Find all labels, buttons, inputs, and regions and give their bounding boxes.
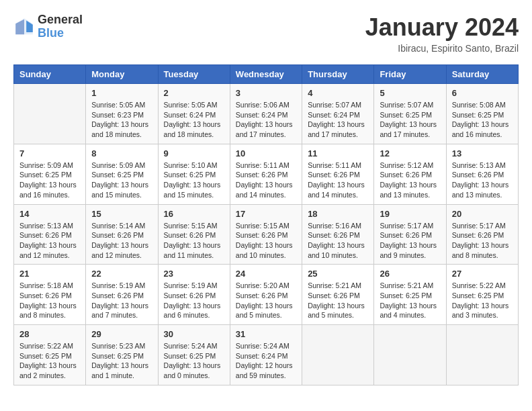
header-cell-saturday: Saturday (446, 65, 518, 84)
logo-text: General Blue (38, 13, 83, 40)
day-cell: 28Sunrise: 5:22 AM Sunset: 6:25 PM Dayli… (14, 325, 86, 385)
day-info: Sunrise: 5:14 AM Sunset: 6:26 PM Dayligh… (91, 221, 152, 261)
day-info: Sunrise: 5:11 AM Sunset: 6:26 PM Dayligh… (308, 161, 368, 200)
day-info: Sunrise: 5:17 AM Sunset: 6:26 PM Dayligh… (380, 221, 440, 261)
logo-general-text: General (38, 13, 83, 27)
day-number: 31 (236, 329, 296, 339)
day-number: 14 (19, 209, 80, 219)
day-number: 17 (236, 209, 296, 219)
day-number: 13 (452, 148, 513, 158)
day-number: 1 (91, 88, 152, 98)
day-cell: 21Sunrise: 5:18 AM Sunset: 6:26 PM Dayli… (14, 265, 86, 325)
week-row-4: 21Sunrise: 5:18 AM Sunset: 6:26 PM Dayli… (14, 265, 519, 325)
day-cell: 18Sunrise: 5:16 AM Sunset: 6:26 PM Dayli… (302, 204, 374, 265)
day-number: 23 (164, 269, 224, 279)
day-cell: 8Sunrise: 5:09 AM Sunset: 6:25 PM Daylig… (86, 144, 158, 204)
header-cell-monday: Monday (86, 65, 158, 84)
day-info: Sunrise: 5:07 AM Sunset: 6:25 PM Dayligh… (380, 100, 440, 140)
calendar-table: SundayMondayTuesdayWednesdayThursdayFrid… (13, 64, 519, 385)
day-number: 12 (380, 148, 440, 158)
day-cell: 7Sunrise: 5:09 AM Sunset: 6:25 PM Daylig… (14, 144, 86, 204)
day-cell: 2Sunrise: 5:05 AM Sunset: 6:24 PM Daylig… (158, 84, 230, 144)
day-info: Sunrise: 5:17 AM Sunset: 6:26 PM Dayligh… (452, 221, 513, 261)
day-info: Sunrise: 5:15 AM Sunset: 6:26 PM Dayligh… (236, 221, 296, 261)
day-cell: 10Sunrise: 5:11 AM Sunset: 6:26 PM Dayli… (230, 144, 302, 204)
day-cell: 29Sunrise: 5:23 AM Sunset: 6:25 PM Dayli… (86, 325, 158, 385)
week-row-5: 28Sunrise: 5:22 AM Sunset: 6:25 PM Dayli… (14, 325, 519, 385)
day-cell: 31Sunrise: 5:24 AM Sunset: 6:24 PM Dayli… (230, 325, 302, 385)
day-number: 7 (19, 148, 80, 158)
day-number: 15 (91, 209, 152, 219)
day-cell: 14Sunrise: 5:13 AM Sunset: 6:26 PM Dayli… (14, 204, 86, 265)
day-cell (302, 325, 374, 385)
day-number: 25 (308, 269, 368, 279)
day-cell: 26Sunrise: 5:21 AM Sunset: 6:25 PM Dayli… (374, 265, 446, 325)
header: General Blue January 2024 Ibiracu, Espir… (13, 13, 519, 54)
day-info: Sunrise: 5:16 AM Sunset: 6:26 PM Dayligh… (308, 221, 368, 261)
header-cell-thursday: Thursday (302, 65, 374, 84)
day-cell: 11Sunrise: 5:11 AM Sunset: 6:26 PM Dayli… (302, 144, 374, 204)
day-cell: 16Sunrise: 5:15 AM Sunset: 6:26 PM Dayli… (158, 204, 230, 265)
week-row-2: 7Sunrise: 5:09 AM Sunset: 6:25 PM Daylig… (14, 144, 519, 204)
day-cell (374, 325, 446, 385)
day-info: Sunrise: 5:09 AM Sunset: 6:25 PM Dayligh… (91, 161, 152, 200)
day-number: 11 (308, 148, 368, 158)
day-info: Sunrise: 5:12 AM Sunset: 6:26 PM Dayligh… (380, 161, 440, 200)
day-cell: 1Sunrise: 5:05 AM Sunset: 6:23 PM Daylig… (86, 84, 158, 144)
day-info: Sunrise: 5:22 AM Sunset: 6:25 PM Dayligh… (19, 341, 80, 381)
day-info: Sunrise: 5:19 AM Sunset: 6:26 PM Dayligh… (91, 281, 152, 320)
day-cell: 5Sunrise: 5:07 AM Sunset: 6:25 PM Daylig… (374, 84, 446, 144)
day-info: Sunrise: 5:22 AM Sunset: 6:25 PM Dayligh… (452, 281, 513, 320)
day-info: Sunrise: 5:05 AM Sunset: 6:23 PM Dayligh… (91, 100, 152, 140)
day-number: 2 (164, 88, 224, 98)
header-cell-sunday: Sunday (14, 65, 86, 84)
day-info: Sunrise: 5:21 AM Sunset: 6:26 PM Dayligh… (308, 281, 368, 320)
day-cell: 4Sunrise: 5:07 AM Sunset: 6:24 PM Daylig… (302, 84, 374, 144)
week-row-3: 14Sunrise: 5:13 AM Sunset: 6:26 PM Dayli… (14, 204, 519, 265)
day-info: Sunrise: 5:19 AM Sunset: 6:26 PM Dayligh… (164, 281, 224, 320)
day-info: Sunrise: 5:05 AM Sunset: 6:24 PM Dayligh… (164, 100, 224, 140)
day-number: 9 (164, 148, 224, 158)
day-cell: 9Sunrise: 5:10 AM Sunset: 6:25 PM Daylig… (158, 144, 230, 204)
day-cell: 15Sunrise: 5:14 AM Sunset: 6:26 PM Dayli… (86, 204, 158, 265)
day-info: Sunrise: 5:24 AM Sunset: 6:25 PM Dayligh… (164, 341, 224, 381)
day-info: Sunrise: 5:20 AM Sunset: 6:26 PM Dayligh… (236, 281, 296, 320)
day-info: Sunrise: 5:23 AM Sunset: 6:25 PM Dayligh… (91, 341, 152, 381)
day-info: Sunrise: 5:18 AM Sunset: 6:26 PM Dayligh… (19, 281, 80, 320)
day-number: 20 (452, 209, 513, 219)
day-cell: 22Sunrise: 5:19 AM Sunset: 6:26 PM Dayli… (86, 265, 158, 325)
day-info: Sunrise: 5:13 AM Sunset: 6:26 PM Dayligh… (452, 161, 513, 200)
title-area: January 2024 Ibiracu, Espirito Santo, Br… (365, 13, 519, 54)
day-number: 29 (91, 329, 152, 339)
day-cell: 17Sunrise: 5:15 AM Sunset: 6:26 PM Dayli… (230, 204, 302, 265)
calendar-body: 1Sunrise: 5:05 AM Sunset: 6:23 PM Daylig… (14, 84, 519, 385)
calendar-subtitle: Ibiracu, Espirito Santo, Brazil (365, 43, 519, 54)
day-number: 30 (164, 329, 224, 339)
day-info: Sunrise: 5:09 AM Sunset: 6:25 PM Dayligh… (19, 161, 80, 200)
day-info: Sunrise: 5:10 AM Sunset: 6:25 PM Dayligh… (164, 161, 224, 200)
logo-blue-text: Blue (38, 27, 83, 40)
header-cell-friday: Friday (374, 65, 446, 84)
day-info: Sunrise: 5:07 AM Sunset: 6:24 PM Dayligh… (308, 100, 368, 140)
day-info: Sunrise: 5:15 AM Sunset: 6:26 PM Dayligh… (164, 221, 224, 261)
day-cell: 6Sunrise: 5:08 AM Sunset: 6:25 PM Daylig… (446, 84, 518, 144)
day-cell: 20Sunrise: 5:17 AM Sunset: 6:26 PM Dayli… (446, 204, 518, 265)
day-number: 26 (380, 269, 440, 279)
calendar-header: SundayMondayTuesdayWednesdayThursdayFrid… (14, 65, 519, 84)
day-cell: 25Sunrise: 5:21 AM Sunset: 6:26 PM Dayli… (302, 265, 374, 325)
day-info: Sunrise: 5:21 AM Sunset: 6:25 PM Dayligh… (380, 281, 440, 320)
day-info: Sunrise: 5:24 AM Sunset: 6:24 PM Dayligh… (236, 341, 296, 381)
day-cell (14, 84, 86, 144)
day-number: 4 (308, 88, 368, 98)
day-number: 3 (236, 88, 296, 98)
day-cell: 12Sunrise: 5:12 AM Sunset: 6:26 PM Dayli… (374, 144, 446, 204)
day-cell: 30Sunrise: 5:24 AM Sunset: 6:25 PM Dayli… (158, 325, 230, 385)
day-info: Sunrise: 5:13 AM Sunset: 6:26 PM Dayligh… (19, 221, 80, 261)
day-cell: 13Sunrise: 5:13 AM Sunset: 6:26 PM Dayli… (446, 144, 518, 204)
day-number: 19 (380, 209, 440, 219)
day-number: 24 (236, 269, 296, 279)
day-info: Sunrise: 5:08 AM Sunset: 6:25 PM Dayligh… (452, 100, 513, 140)
day-info: Sunrise: 5:06 AM Sunset: 6:24 PM Dayligh… (236, 100, 296, 140)
header-cell-wednesday: Wednesday (230, 65, 302, 84)
day-cell: 24Sunrise: 5:20 AM Sunset: 6:26 PM Dayli… (230, 265, 302, 325)
